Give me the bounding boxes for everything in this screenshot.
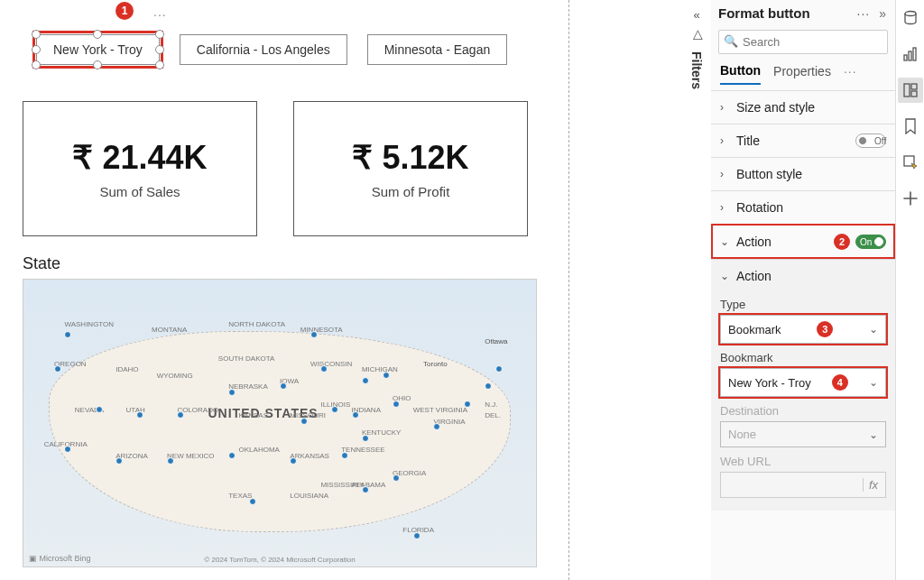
map-state-label: OKLAHOMA — [239, 446, 280, 454]
map-datapoint[interactable] — [362, 435, 369, 442]
rail-bookmark-icon[interactable] — [898, 114, 923, 139]
map-attribution: © 2024 TomTom, © 2024 Microsoft Corporat… — [204, 556, 355, 564]
resize-handle[interactable] — [155, 30, 164, 39]
action-subheader[interactable]: ⌄ Action — [720, 267, 886, 290]
map-datapoint[interactable] — [362, 377, 369, 384]
filters-pane-collapsed[interactable]: « ▷ Filters — [684, 5, 709, 97]
input-weburl: fx — [720, 472, 886, 498]
toggle-action[interactable]: On — [855, 235, 886, 249]
card-profit[interactable]: ₹ 5.12K Sum of Profit — [293, 101, 528, 236]
fx-button[interactable]: fx — [863, 478, 878, 492]
map-state-label: WEST VIRGINIA — [413, 406, 467, 414]
format-search[interactable]: 🔍 — [718, 30, 888, 54]
panel-more-icon[interactable]: ··· — [855, 6, 873, 21]
toggle-title[interactable]: Off — [855, 133, 886, 148]
svg-rect-3 — [913, 48, 916, 60]
rail-format-icon[interactable] — [898, 78, 923, 103]
section-label: Action — [736, 235, 834, 249]
search-icon: 🔍 — [724, 34, 738, 48]
card-profit-label: Sum of Profit — [372, 184, 450, 199]
map-datapoint[interactable] — [413, 532, 420, 539]
rail-selection-icon[interactable] — [898, 150, 923, 175]
svg-point-0 — [905, 12, 916, 16]
rail-add-icon[interactable] — [898, 186, 923, 211]
button-california[interactable]: California - Los Angeles — [180, 34, 347, 65]
section-rotation[interactable]: › Rotation — [711, 190, 895, 224]
map-datapoint[interactable] — [362, 486, 369, 493]
chevron-down-icon: ⌄ — [720, 235, 733, 248]
map-state-label: MISSOURI — [290, 411, 326, 419]
canvas-divider — [568, 0, 569, 580]
chevron-down-icon: ⌄ — [869, 428, 878, 441]
tab-properties[interactable]: Properties — [773, 64, 831, 84]
map-datapoint[interactable] — [331, 406, 338, 413]
map-datapoint[interactable] — [495, 365, 503, 373]
map-city-label: Toronto — [423, 360, 448, 368]
resize-handle[interactable] — [32, 45, 41, 54]
rail-build-icon[interactable] — [898, 41, 923, 67]
section-action[interactable]: ⌄ Action 2 On — [711, 224, 895, 259]
map-datapoint[interactable] — [300, 418, 308, 425]
map-state-label: MINNESOTA — [300, 326, 343, 334]
map-datapoint[interactable] — [228, 389, 236, 396]
card-sales[interactable]: ₹ 21.44K Sum of Sales — [23, 101, 257, 236]
map-state-label: MICHIGAN — [362, 365, 398, 373]
funnel-icon: ▷ — [687, 22, 707, 47]
rail-data-icon[interactable] — [898, 5, 923, 31]
map-datapoint[interactable] — [393, 400, 400, 408]
card-profit-value: ₹ 5.12K — [352, 139, 468, 177]
chevron-down-icon: ⌄ — [869, 323, 878, 336]
map-state-label: TEXAS — [228, 492, 252, 500]
format-search-input[interactable] — [718, 30, 888, 54]
resize-handle[interactable] — [93, 60, 102, 69]
section-size-style[interactable]: › Size and style — [711, 90, 895, 124]
chevron-down-icon: ⌄ — [869, 376, 878, 389]
resize-handle[interactable] — [155, 45, 164, 54]
section-label: Title — [736, 133, 855, 148]
map-datapoint[interactable] — [249, 498, 256, 505]
map-datapoint[interactable] — [352, 411, 359, 419]
map-state-label: KANSAS — [239, 411, 268, 419]
tab-button[interactable]: Button — [720, 63, 761, 85]
map-datapoint[interactable] — [341, 452, 348, 459]
map-state-label: SOUTH DAKOTA — [218, 354, 275, 363]
svg-rect-6 — [911, 91, 917, 97]
card-sales-value: ₹ 21.44K — [72, 139, 207, 177]
panel-title: Format button — [718, 5, 850, 21]
section-label: Rotation — [736, 200, 886, 215]
map-datapoint[interactable] — [383, 372, 390, 379]
map-visual[interactable]: UNITED STATES WASHINGTON MONTANA NORTH D… — [23, 279, 537, 567]
tabs-more-icon[interactable]: ··· — [844, 64, 857, 84]
map-state-label: WYOMING — [157, 372, 193, 380]
report-canvas[interactable]: 1 ··· New York - Troy California - Los A… — [0, 0, 568, 580]
map-datapoint[interactable] — [64, 331, 71, 338]
section-button-style[interactable]: › Button style — [711, 157, 895, 190]
label-destination: Destination — [720, 404, 886, 418]
resize-handle[interactable] — [155, 60, 164, 69]
selected-button-wrapper[interactable]: New York - Troy — [36, 34, 160, 65]
button-row: New York - Troy California - Los Angeles… — [18, 34, 550, 65]
resize-handle[interactable] — [32, 60, 41, 69]
button-minnesota[interactable]: Minnesota - Eagan — [367, 34, 508, 65]
resize-handle[interactable] — [32, 30, 41, 39]
chevron-right-icon: › — [720, 201, 733, 214]
map-state-label: N.J. — [485, 400, 497, 409]
map-state-label: WASHINGTON — [64, 320, 114, 328]
map-datapoint[interactable] — [96, 406, 103, 413]
select-bookmark[interactable]: New York - Troy 4 ⌄ — [720, 368, 886, 397]
map-state-label: IDAHO — [116, 365, 138, 373]
panel-expand-icon[interactable]: » — [877, 6, 888, 21]
chevron-right-icon: › — [720, 168, 733, 180]
callout-marker-2: 2 — [834, 234, 850, 250]
map-datapoint[interactable] — [228, 452, 236, 459]
map-datapoint[interactable] — [54, 365, 61, 373]
format-tabs: Button Properties ··· — [711, 58, 895, 85]
select-destination: None ⌄ — [720, 421, 886, 447]
section-title[interactable]: › Title Off — [711, 124, 895, 157]
label-type: Type — [720, 298, 886, 311]
callout-marker-3: 3 — [817, 321, 833, 337]
section-label: Size and style — [736, 100, 886, 115]
select-type[interactable]: Bookmark 3 ⌄ — [720, 315, 886, 344]
visual-options-icon[interactable]: ··· — [153, 7, 167, 22]
select-value: Bookmark — [728, 323, 781, 336]
